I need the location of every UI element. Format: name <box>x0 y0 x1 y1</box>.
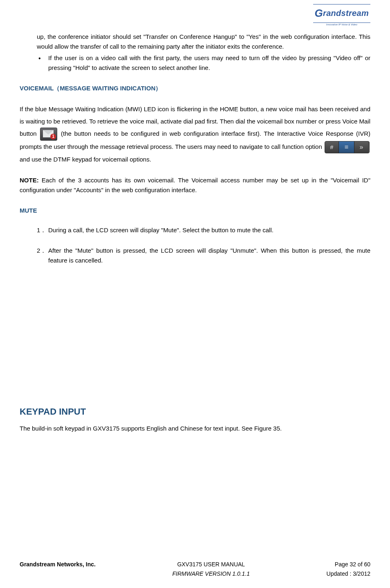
voicemail-heading: VOICEMAIL（MESSAGE WAITING INDICATION） <box>20 83 370 93</box>
continuation-paragraph: up, the conference initiator should set … <box>20 32 370 52</box>
keypad-input-heading: KEYPAD INPUT <box>20 404 370 419</box>
footer-right: Page 32 of 60 Updated : 3/2012 <box>327 560 370 578</box>
voicemail-paragraph: If the blue Message Waiting Indication (… <box>20 103 370 166</box>
list-text: After the "Mute" button is pressed, the … <box>48 247 370 264</box>
mute-list: 1． During a call, the LCD screen will di… <box>20 225 370 265</box>
footer-company: Grandstream Networks, Inc. <box>20 560 96 578</box>
bullet-list: If the user is on a video call with the … <box>20 53 370 73</box>
list-item: 2． After the "Mute" button is pressed, t… <box>37 246 370 265</box>
footer-center: GXV3175 USER MANUAL FIRMWARE VERSION 1.0… <box>96 560 327 578</box>
brand-logo-rest: randstream <box>323 9 369 18</box>
list-number: 2． <box>37 246 46 256</box>
brand-logo-box: Grandstream <box>313 4 370 23</box>
list-item: 1． During a call, the LCD screen will di… <box>37 225 370 235</box>
keypad-paragraph: The build-in soft keypad in GXV3175 supp… <box>20 424 370 433</box>
brand-tagline: Innovative IP Voice & Video <box>326 23 357 27</box>
list-number: 1． <box>37 225 46 235</box>
brand-logo: Grandstream Innovative IP Voice & Video <box>313 4 370 27</box>
voicemail-badge: 1 <box>50 134 56 139</box>
voicemail-icon: 1 <box>40 128 57 141</box>
call-function-arrow: » <box>354 141 368 153</box>
note-text: Each of the 3 accounts has its own voice… <box>20 177 370 193</box>
mute-heading: MUTE <box>20 206 370 215</box>
voicemail-text-b: (the button needs to be configured in we… <box>20 130 370 150</box>
page-content: up, the conference initiator should set … <box>20 0 370 433</box>
list-text: During a call, the LCD screen will displ… <box>48 227 273 233</box>
page-footer: Grandstream Networks, Inc. GXV3175 USER … <box>20 560 370 578</box>
list-item: If the user is on a video call with the … <box>37 53 370 73</box>
footer-updated: Updated : 3/2012 <box>327 569 370 578</box>
footer-manual: GXV3175 USER MANUAL <box>96 560 327 569</box>
footer-page: Page 32 of 60 <box>327 560 370 569</box>
note-label: NOTE: <box>20 177 39 184</box>
call-function-hash: # <box>325 141 339 153</box>
note-paragraph: NOTE: Each of the 3 accounts has its own… <box>20 175 370 195</box>
brand-logo-text: Grandstream <box>315 9 369 18</box>
call-function-menu: ≡ <box>339 141 354 153</box>
call-function-icon: #≡» <box>325 141 370 153</box>
voicemail-text-c: and use the DTMF keypad for voicemail op… <box>20 156 151 163</box>
brand-logo-g: G <box>315 5 323 22</box>
footer-firmware: FIRMWARE VERSION 1.0.1.1 <box>96 569 327 578</box>
